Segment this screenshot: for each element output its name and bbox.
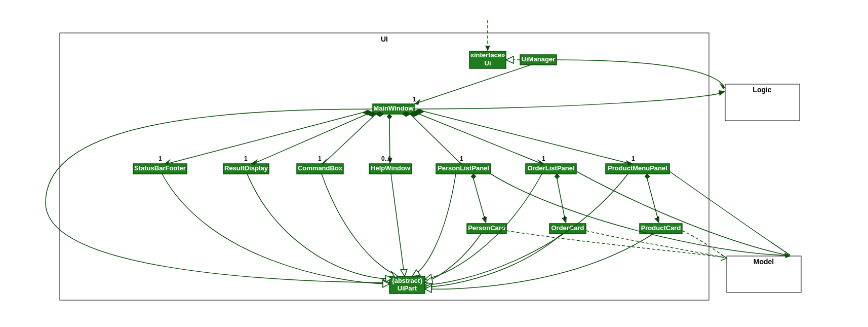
mult-pmp: 1 xyxy=(632,155,635,162)
svg-text:CommandBox: CommandBox xyxy=(298,164,343,172)
class-resultdisplay: ResultDisplay xyxy=(223,164,269,174)
svg-text:ProductMenuPanel: ProductMenuPanel xyxy=(608,164,667,172)
package-ui-label: UI xyxy=(381,35,388,43)
svg-text:PersonCard: PersonCard xyxy=(468,224,505,232)
uml-diagram: UI Logic Model «interface» Ui UiManager … xyxy=(5,5,868,327)
svg-text:ProductCard: ProductCard xyxy=(641,224,681,232)
svg-text:UiPart: UiPart xyxy=(398,284,417,292)
class-personlistpanel: PersonListPanel xyxy=(436,164,491,174)
class-statusbarfooter: StatusBarFooter xyxy=(133,164,187,174)
class-uimanager: UiManager xyxy=(520,55,557,65)
svg-text:MainWindow: MainWindow xyxy=(373,104,414,112)
mult-cb: 1 xyxy=(318,155,322,162)
mult-hw: 0..1 xyxy=(381,155,391,162)
mult-mainwindow: 1 xyxy=(413,96,416,103)
svg-text:UiManager: UiManager xyxy=(522,55,555,63)
mult-sbf: 1 xyxy=(159,155,162,162)
svg-text:PersonListPanel: PersonListPanel xyxy=(438,164,489,172)
class-ordercard: OrderCard xyxy=(549,224,586,234)
class-helpwindow: HelpWindow xyxy=(369,164,412,174)
package-logic-label: Logic xyxy=(753,86,772,94)
svg-text:HelpWindow: HelpWindow xyxy=(371,164,411,172)
mult-prc: * xyxy=(657,215,659,222)
class-commandbox: CommandBox xyxy=(297,164,343,174)
svg-text:StatusBarFooter: StatusBarFooter xyxy=(134,164,186,172)
svg-text:OrderListPanel: OrderListPanel xyxy=(527,164,574,172)
class-uipart: {abstract} UiPart xyxy=(389,276,425,294)
svg-text:Ui: Ui xyxy=(485,59,491,67)
svg-text:«interface»: «interface» xyxy=(470,51,505,59)
class-productmenupanel: ProductMenuPanel xyxy=(606,164,669,174)
arrow-mainwindow-logic xyxy=(719,90,725,96)
package-model-label: Model xyxy=(754,258,774,266)
svg-text:{abstract}: {abstract} xyxy=(392,277,423,284)
class-ui: «interface» Ui xyxy=(469,51,506,68)
mult-plp: 1 xyxy=(460,155,463,162)
mult-rd: 1 xyxy=(244,155,248,162)
mult-olp: 1 xyxy=(542,155,545,162)
class-productcard: ProductCard xyxy=(640,224,682,234)
mult-pc: * xyxy=(484,215,486,222)
class-orderlistpanel: OrderListPanel xyxy=(526,164,576,174)
mult-oc: * xyxy=(564,215,566,222)
class-personcard: PersonCard xyxy=(467,224,506,234)
svg-text:ResultDisplay: ResultDisplay xyxy=(224,164,268,172)
